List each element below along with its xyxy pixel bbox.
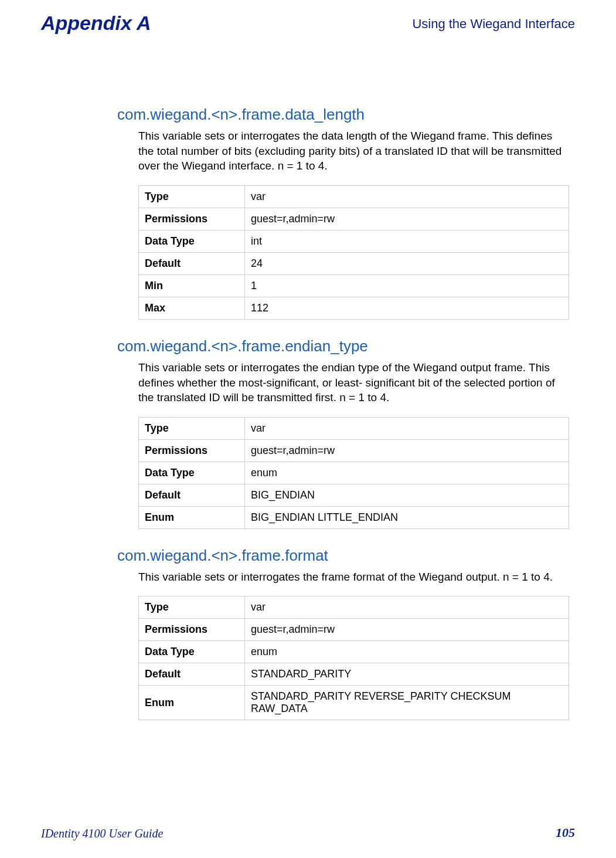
spec-table-1: Typevar Permissionsguest=r,admin=rw Data… bbox=[138, 417, 569, 529]
row-label: Data Type bbox=[139, 641, 245, 663]
table-row: DefaultBIG_ENDIAN bbox=[139, 484, 569, 506]
row-value: BIG_ENDIAN bbox=[245, 484, 569, 506]
row-value: var bbox=[245, 185, 569, 208]
spec-table-0: Typevar Permissionsguest=r,admin=rw Data… bbox=[138, 185, 569, 320]
row-label: Enum bbox=[139, 686, 245, 720]
table-row: Typevar bbox=[139, 417, 569, 439]
row-label: Min bbox=[139, 274, 245, 297]
row-value: BIG_ENDIAN LITTLE_ENDIAN bbox=[245, 506, 569, 528]
section-desc-2: This variable sets or interrogates the f… bbox=[138, 569, 569, 585]
row-value: var bbox=[245, 417, 569, 439]
table-row: Permissionsguest=r,admin=rw bbox=[139, 619, 569, 641]
row-value: int bbox=[245, 230, 569, 252]
spec-table-2: Typevar Permissionsguest=r,admin=rw Data… bbox=[138, 596, 569, 720]
table-row: Permissionsguest=r,admin=rw bbox=[139, 208, 569, 230]
page: Appendix A Using the Wiegand Interface c… bbox=[0, 0, 616, 858]
section-desc-0: This variable sets or interrogates the d… bbox=[138, 128, 569, 174]
table-row: Max112 bbox=[139, 297, 569, 319]
header-appendix: Appendix A bbox=[41, 12, 151, 35]
row-label: Permissions bbox=[139, 439, 245, 462]
table-row: Min1 bbox=[139, 274, 569, 297]
footer-guide: IDentity 4100 User Guide bbox=[41, 827, 163, 840]
row-value: guest=r,admin=rw bbox=[245, 439, 569, 462]
row-label: Type bbox=[139, 596, 245, 619]
section-title-1: com.wiegand.<n>.frame.endian_type bbox=[117, 337, 569, 355]
row-label: Default bbox=[139, 252, 245, 274]
row-value: guest=r,admin=rw bbox=[245, 619, 569, 641]
row-label: Data Type bbox=[139, 230, 245, 252]
section-title-0: com.wiegand.<n>.frame.data_length bbox=[117, 106, 569, 124]
header-section: Using the Wiegand Interface bbox=[412, 16, 575, 32]
row-value: guest=r,admin=rw bbox=[245, 208, 569, 230]
row-value: enum bbox=[245, 641, 569, 663]
footer-page-number: 105 bbox=[556, 825, 575, 840]
row-label: Enum bbox=[139, 506, 245, 528]
section-title-2: com.wiegand.<n>.frame.format bbox=[117, 547, 569, 565]
row-value: STANDARD_PARITY bbox=[245, 663, 569, 686]
row-value: var bbox=[245, 596, 569, 619]
table-row: Typevar bbox=[139, 185, 569, 208]
table-row: Data Typeenum bbox=[139, 641, 569, 663]
table-row: EnumBIG_ENDIAN LITTLE_ENDIAN bbox=[139, 506, 569, 528]
row-value: STANDARD_PARITY REVERSE_PARITY CHECKSUM … bbox=[245, 686, 569, 720]
table-row: Data Typeenum bbox=[139, 462, 569, 484]
row-label: Default bbox=[139, 663, 245, 686]
content-area: com.wiegand.<n>.frame.data_length This v… bbox=[117, 88, 569, 726]
row-label: Max bbox=[139, 297, 245, 319]
row-value: enum bbox=[245, 462, 569, 484]
row-value: 24 bbox=[245, 252, 569, 274]
section-desc-1: This variable sets or interrogates the e… bbox=[138, 360, 569, 405]
row-label: Permissions bbox=[139, 208, 245, 230]
row-label: Default bbox=[139, 484, 245, 506]
row-label: Permissions bbox=[139, 619, 245, 641]
table-row: EnumSTANDARD_PARITY REVERSE_PARITY CHECK… bbox=[139, 686, 569, 720]
table-row: DefaultSTANDARD_PARITY bbox=[139, 663, 569, 686]
table-row: Default24 bbox=[139, 252, 569, 274]
row-value: 1 bbox=[245, 274, 569, 297]
table-row: Typevar bbox=[139, 596, 569, 619]
row-label: Data Type bbox=[139, 462, 245, 484]
row-label: Type bbox=[139, 417, 245, 439]
table-row: Permissionsguest=r,admin=rw bbox=[139, 439, 569, 462]
table-row: Data Typeint bbox=[139, 230, 569, 252]
row-label: Type bbox=[139, 185, 245, 208]
row-value: 112 bbox=[245, 297, 569, 319]
